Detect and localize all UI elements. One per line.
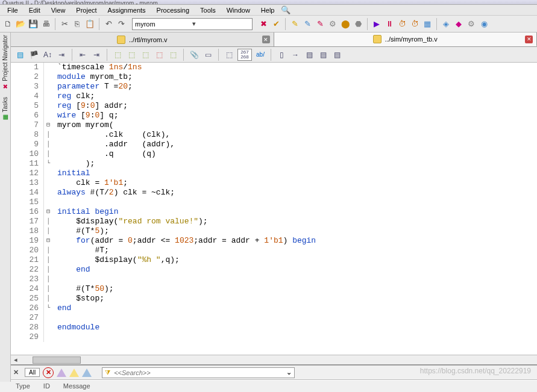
tool-icon[interactable]: ▭ [203,49,213,60]
col-message[interactable]: Message [63,382,90,390]
tool-icon[interactable]: ⬚ [154,49,165,60]
code-line[interactable]: 8│ .clk (clk), [11,130,537,140]
tool-icon[interactable]: ✎ [315,19,325,30]
col-type[interactable]: Type [16,382,30,390]
close-icon[interactable]: ✕ [13,369,22,377]
code-line[interactable]: 22│ end [11,265,537,275]
sidebar-tab-project-navigator[interactable]: ✖Project Navigator [2,35,8,90]
tool-icon[interactable]: ▤ [14,49,25,60]
tool-icon[interactable]: ▤ [331,49,342,60]
fold-gutter[interactable]: ⊟ [44,207,52,217]
code-line[interactable]: 27 [11,313,537,323]
timer-icon[interactable]: ⏱ [409,19,420,30]
close-icon[interactable]: ✕ [262,36,270,43]
project-combo[interactable]: myrom ▾ [132,18,253,30]
tool-icon[interactable]: ◉ [479,19,489,30]
code-line[interactable]: 10│ .q (q) [11,149,537,159]
code-line[interactable]: 24│ #(T*50); [11,284,537,294]
menu-project[interactable]: Project [71,6,101,14]
outdent-icon[interactable]: ⇤ [77,49,88,60]
code-line[interactable]: 1`timescale 1ns/1ns [11,63,537,72]
menu-processing[interactable]: Processing [152,6,194,14]
code-line[interactable]: 4reg clk; [11,92,537,101]
find-icon[interactable]: 🏴 [28,49,39,60]
code-line[interactable]: 15 [11,198,537,207]
menu-view[interactable]: View [46,6,71,14]
timer-icon[interactable]: ⏱ [397,19,407,30]
code-line[interactable]: 11└ ); [11,159,537,169]
tool-icon[interactable]: ▤ [318,49,328,60]
tool-icon[interactable]: ⬤ [340,19,351,30]
fold-gutter[interactable]: ⊟ [44,236,52,246]
fold-gutter[interactable]: ⊟ [44,120,52,130]
search-input[interactable] [114,369,286,376]
copy-icon[interactable]: ⎘ [72,19,83,30]
new-icon[interactable]: 🗋 [2,19,13,30]
code-area[interactable]: 1`timescale 1ns/1ns2module myrom_tb;3par… [11,63,537,355]
cut-icon[interactable]: ✂ [59,19,70,30]
close-icon[interactable]: ✕ [525,36,533,43]
info-filter-icon[interactable] [82,369,92,377]
code-line[interactable]: 19⊟ for(addr = 0;addr <= 1023;addr = add… [11,236,537,246]
code-line[interactable]: 17│ $display("read rom value!"); [11,217,537,226]
code-line[interactable]: 6wire [9:0] q; [11,111,537,120]
code-line[interactable]: 16⊟initial begin [11,207,537,217]
undo-icon[interactable]: ↶ [103,19,114,30]
menu-edit[interactable]: Edit [24,6,45,14]
warning-filter-icon[interactable] [69,369,79,377]
code-line[interactable]: 25│ $stop; [11,294,537,303]
tool-icon[interactable]: ◆ [453,19,464,30]
tool-icon[interactable]: ✖ [258,19,269,30]
attach-icon[interactable]: 📎 [189,49,199,60]
open-icon[interactable]: 📂 [15,19,26,30]
code-line[interactable]: 2module myrom_tb; [11,72,537,82]
menu-help[interactable]: Help [256,6,280,14]
messages-search[interactable]: ⧩ ⌄ [102,367,295,378]
tool-icon[interactable]: ▯ [276,49,287,60]
tool-icon[interactable]: ⬚ [126,49,137,60]
chevron-down-icon[interactable]: ⌄ [286,369,292,376]
tool-icon[interactable]: A↕ [42,49,53,60]
tool-icon[interactable]: ▤ [304,49,315,60]
search-icon[interactable]: 🔍 [280,5,291,16]
tool-icon[interactable]: ⬚ [140,49,151,60]
menu-assignments[interactable]: Assignments [103,6,151,14]
tool-icon[interactable]: → [290,49,301,60]
menu-tools[interactable]: Tools [195,6,221,14]
tool-icon[interactable]: ⇥ [56,49,67,60]
tab-myrom-tb-v[interactable]: ../sim/myrom_tb.v ✕ [274,33,538,46]
play-icon[interactable]: ▶ [371,19,382,30]
redo-icon[interactable]: ↷ [116,19,127,30]
code-line[interactable]: 14always #(T/2) clk = ~clk; [11,188,537,198]
code-line[interactable]: 7⊟myrom myrom( [11,120,537,130]
code-line[interactable]: 18│ #(T*5); [11,226,537,236]
tab-myrom-v[interactable]: ../rtl/myrom.v ✕ [11,33,274,46]
tool-icon[interactable]: ✎ [289,19,300,30]
filter-all-button[interactable]: All [25,368,40,377]
tool-icon[interactable]: ⚙ [327,19,338,30]
code-line[interactable]: 29 [11,332,537,342]
scroll-thumb[interactable] [33,356,81,364]
ratio-display[interactable]: 267 268 [237,49,252,61]
tool-icon[interactable]: ⬚ [224,49,234,60]
indent-icon[interactable]: ⇥ [91,49,102,60]
code-line[interactable]: 20│ #T; [11,246,537,255]
stop-icon[interactable]: ⬣ [353,19,363,30]
error-filter-icon[interactable]: ✕ [43,367,54,378]
code-line[interactable]: 23│ [11,275,537,284]
code-line[interactable]: 13 clk = 1'b1; [11,178,537,188]
horizontal-scrollbar[interactable]: ◂ [11,355,537,364]
code-line[interactable]: 3parameter T =20; [11,82,537,92]
code-line[interactable]: 26└end [11,303,537,313]
tool-icon[interactable]: ⚙ [466,19,477,30]
paste-icon[interactable]: 📋 [84,19,95,30]
tool-icon[interactable]: ⬚ [168,49,178,60]
code-line[interactable]: 5reg [9:0] addr; [11,101,537,111]
tool-icon[interactable]: ⬚ [112,49,123,60]
tool-icon[interactable]: ✔ [271,19,281,30]
menu-window[interactable]: Window [222,6,255,14]
pause-icon[interactable]: ⏸ [384,19,395,30]
print-icon[interactable]: 🖶 [40,19,51,30]
code-line[interactable]: 28endmodule [11,323,537,332]
save-icon[interactable]: 💾 [28,19,39,30]
